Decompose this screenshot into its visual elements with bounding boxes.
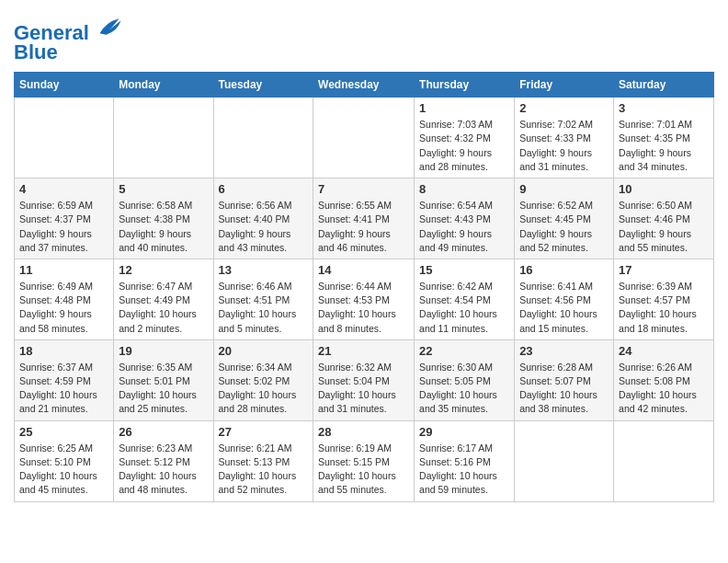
day-info: Sunrise: 7:02 AMSunset: 4:33 PMDaylight:…: [519, 118, 609, 174]
day-info: Sunrise: 6:30 AMSunset: 5:05 PMDaylight:…: [419, 361, 509, 417]
day-number: 25: [19, 425, 108, 439]
day-number: 5: [119, 182, 208, 196]
day-header-wednesday: Wednesday: [313, 73, 415, 98]
calendar-cell: [15, 98, 114, 178]
calendar-cell: [114, 98, 213, 178]
logo-bird-icon: [97, 14, 122, 40]
page-header: General Blue: [14, 9, 714, 64]
calendar-cell: 1Sunrise: 7:03 AMSunset: 4:32 PMDaylight…: [415, 98, 515, 178]
calendar-cell: 26Sunrise: 6:23 AMSunset: 5:12 PMDayligh…: [114, 420, 213, 501]
day-info: Sunrise: 6:35 AMSunset: 5:01 PMDaylight:…: [119, 361, 208, 417]
calendar-cell: 4Sunrise: 6:59 AMSunset: 4:37 PMDaylight…: [15, 178, 114, 259]
calendar-cell: 12Sunrise: 6:47 AMSunset: 4:49 PMDayligh…: [114, 259, 213, 339]
day-number: 21: [318, 344, 409, 358]
calendar-cell: 5Sunrise: 6:58 AMSunset: 4:38 PMDaylight…: [114, 178, 213, 259]
day-number: 27: [219, 425, 309, 439]
day-info: Sunrise: 6:17 AMSunset: 5:16 PMDaylight:…: [419, 442, 509, 498]
calendar-cell: 20Sunrise: 6:34 AMSunset: 5:02 PMDayligh…: [213, 339, 313, 420]
day-info: Sunrise: 6:52 AMSunset: 4:45 PMDaylight:…: [519, 199, 609, 255]
day-header-thursday: Thursday: [415, 73, 515, 98]
calendar-cell: [614, 420, 714, 501]
logo: General Blue: [14, 14, 122, 64]
day-number: 28: [318, 425, 409, 439]
week-row-5: 25Sunrise: 6:25 AMSunset: 5:10 PMDayligh…: [15, 420, 714, 501]
calendar-cell: [213, 98, 313, 178]
day-info: Sunrise: 6:37 AMSunset: 4:59 PMDaylight:…: [19, 361, 108, 417]
day-info: Sunrise: 6:54 AMSunset: 4:43 PMDaylight:…: [419, 199, 509, 255]
calendar-cell: 14Sunrise: 6:44 AMSunset: 4:53 PMDayligh…: [313, 259, 415, 339]
calendar-cell: 27Sunrise: 6:21 AMSunset: 5:13 PMDayligh…: [213, 420, 313, 501]
day-number: 8: [419, 182, 509, 196]
calendar-cell: [515, 420, 614, 501]
day-number: 26: [119, 425, 208, 439]
day-header-saturday: Saturday: [614, 73, 714, 98]
day-info: Sunrise: 6:50 AMSunset: 4:46 PMDaylight:…: [619, 199, 709, 255]
calendar-cell: [313, 98, 415, 178]
calendar-cell: 10Sunrise: 6:50 AMSunset: 4:46 PMDayligh…: [614, 178, 714, 259]
day-header-tuesday: Tuesday: [213, 73, 313, 98]
day-number: 17: [619, 263, 709, 277]
day-info: Sunrise: 7:03 AMSunset: 4:32 PMDaylight:…: [419, 118, 509, 174]
calendar-cell: 8Sunrise: 6:54 AMSunset: 4:43 PMDaylight…: [415, 178, 515, 259]
week-row-2: 4Sunrise: 6:59 AMSunset: 4:37 PMDaylight…: [15, 178, 714, 259]
day-number: 11: [19, 263, 108, 277]
day-number: 12: [119, 263, 208, 277]
calendar-cell: 11Sunrise: 6:49 AMSunset: 4:48 PMDayligh…: [15, 259, 114, 339]
calendar-cell: 21Sunrise: 6:32 AMSunset: 5:04 PMDayligh…: [313, 339, 415, 420]
calendar-cell: 3Sunrise: 7:01 AMSunset: 4:35 PMDaylight…: [614, 98, 714, 178]
day-info: Sunrise: 6:49 AMSunset: 4:48 PMDaylight:…: [19, 280, 108, 336]
day-info: Sunrise: 6:42 AMSunset: 4:54 PMDaylight:…: [419, 280, 509, 336]
day-number: 19: [119, 344, 208, 358]
day-info: Sunrise: 6:58 AMSunset: 4:38 PMDaylight:…: [119, 199, 208, 255]
calendar-table: SundayMondayTuesdayWednesdayThursdayFrid…: [14, 72, 714, 501]
day-number: 14: [318, 263, 409, 277]
day-number: 7: [318, 182, 409, 196]
day-number: 15: [419, 263, 509, 277]
day-header-monday: Monday: [114, 73, 213, 98]
day-info: Sunrise: 6:41 AMSunset: 4:56 PMDaylight:…: [519, 280, 609, 336]
day-number: 2: [519, 101, 609, 115]
day-number: 3: [619, 101, 709, 115]
day-number: 22: [419, 344, 509, 358]
day-info: Sunrise: 6:59 AMSunset: 4:37 PMDaylight:…: [19, 199, 108, 255]
day-info: Sunrise: 6:28 AMSunset: 5:07 PMDaylight:…: [519, 361, 609, 417]
calendar-cell: 2Sunrise: 7:02 AMSunset: 4:33 PMDaylight…: [515, 98, 614, 178]
calendar-cell: 25Sunrise: 6:25 AMSunset: 5:10 PMDayligh…: [15, 420, 114, 501]
calendar-cell: 29Sunrise: 6:17 AMSunset: 5:16 PMDayligh…: [415, 420, 515, 501]
day-number: 23: [519, 344, 609, 358]
calendar-cell: 15Sunrise: 6:42 AMSunset: 4:54 PMDayligh…: [415, 259, 515, 339]
calendar-cell: 17Sunrise: 6:39 AMSunset: 4:57 PMDayligh…: [614, 259, 714, 339]
day-info: Sunrise: 6:46 AMSunset: 4:51 PMDaylight:…: [219, 280, 309, 336]
day-number: 16: [519, 263, 609, 277]
week-row-4: 18Sunrise: 6:37 AMSunset: 4:59 PMDayligh…: [15, 339, 714, 420]
day-info: Sunrise: 6:26 AMSunset: 5:08 PMDaylight:…: [619, 361, 709, 417]
day-number: 18: [19, 344, 108, 358]
day-number: 4: [19, 182, 108, 196]
day-number: 20: [219, 344, 309, 358]
day-number: 13: [219, 263, 309, 277]
day-info: Sunrise: 6:25 AMSunset: 5:10 PMDaylight:…: [19, 442, 108, 498]
day-number: 9: [519, 182, 609, 196]
day-number: 24: [619, 344, 709, 358]
calendar-cell: 28Sunrise: 6:19 AMSunset: 5:15 PMDayligh…: [313, 420, 415, 501]
calendar-cell: 18Sunrise: 6:37 AMSunset: 4:59 PMDayligh…: [15, 339, 114, 420]
day-info: Sunrise: 6:55 AMSunset: 4:41 PMDaylight:…: [318, 199, 409, 255]
day-info: Sunrise: 6:34 AMSunset: 5:02 PMDaylight:…: [219, 361, 309, 417]
calendar-cell: 22Sunrise: 6:30 AMSunset: 5:05 PMDayligh…: [415, 339, 515, 420]
calendar-header-row: SundayMondayTuesdayWednesdayThursdayFrid…: [15, 73, 714, 98]
day-info: Sunrise: 6:44 AMSunset: 4:53 PMDaylight:…: [318, 280, 409, 336]
calendar-cell: 13Sunrise: 6:46 AMSunset: 4:51 PMDayligh…: [213, 259, 313, 339]
calendar-cell: 23Sunrise: 6:28 AMSunset: 5:07 PMDayligh…: [515, 339, 614, 420]
calendar-cell: 7Sunrise: 6:55 AMSunset: 4:41 PMDaylight…: [313, 178, 415, 259]
day-number: 1: [419, 101, 509, 115]
day-info: Sunrise: 6:32 AMSunset: 5:04 PMDaylight:…: [318, 361, 409, 417]
day-header-sunday: Sunday: [15, 73, 114, 98]
day-info: Sunrise: 6:47 AMSunset: 4:49 PMDaylight:…: [119, 280, 208, 336]
day-info: Sunrise: 6:23 AMSunset: 5:12 PMDaylight:…: [119, 442, 208, 498]
day-info: Sunrise: 6:21 AMSunset: 5:13 PMDaylight:…: [219, 442, 309, 498]
calendar-cell: 9Sunrise: 6:52 AMSunset: 4:45 PMDaylight…: [515, 178, 614, 259]
day-info: Sunrise: 6:19 AMSunset: 5:15 PMDaylight:…: [318, 442, 409, 498]
week-row-1: 1Sunrise: 7:03 AMSunset: 4:32 PMDaylight…: [15, 98, 714, 178]
day-number: 6: [219, 182, 309, 196]
calendar-cell: 16Sunrise: 6:41 AMSunset: 4:56 PMDayligh…: [515, 259, 614, 339]
